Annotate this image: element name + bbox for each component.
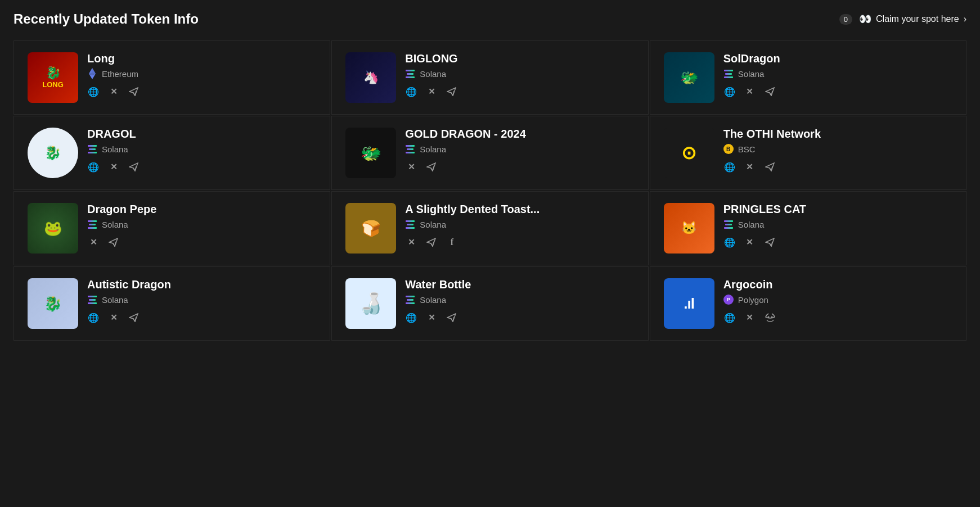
token-name: Autistic Dragon (87, 278, 316, 291)
discord-icon[interactable] (764, 311, 776, 324)
eyes-icon: 👀 (859, 13, 871, 25)
globe-icon[interactable] (723, 85, 736, 98)
token-card-golddragon[interactable]: 🐲 GOLD DRAGON - 2024 Solana ✕ (331, 116, 648, 190)
token-links: ✕ (723, 85, 952, 98)
token-links: ✕ (723, 236, 952, 248)
telegram-icon[interactable] (446, 85, 458, 98)
x-twitter-icon[interactable]: ✕ (107, 311, 120, 324)
svg-point-5 (771, 316, 772, 318)
telegram-icon[interactable] (764, 161, 776, 173)
x-twitter-icon[interactable]: ✕ (744, 236, 756, 248)
token-info-soldragon: SolDragon Solana ✕ (723, 52, 952, 98)
token-card-long[interactable]: 🐉 LONG Long Ethereum ✕ (14, 40, 330, 115)
token-card-dragonpepe[interactable]: 🐸 Dragon Pepe Solana ✕ (14, 191, 330, 265)
claim-spot-label: Claim your spot here (876, 14, 959, 24)
x-twitter-icon[interactable]: ✕ (744, 311, 756, 324)
claim-count: 0 (839, 14, 852, 25)
token-card-water[interactable]: 🍶 Water Bottle Solana ✕ (331, 266, 648, 341)
token-name: Dragon Pepe (87, 203, 316, 216)
token-info-biglong: BIGLONG Solana ✕ (405, 52, 634, 98)
x-twitter-icon[interactable]: ✕ (405, 161, 417, 173)
x-twitter-icon[interactable]: ✕ (425, 311, 438, 324)
telegram-icon[interactable] (107, 236, 120, 248)
token-name: DRAGOL (87, 128, 316, 141)
x-twitter-icon[interactable]: ✕ (107, 161, 120, 173)
token-card-argo[interactable]: .ıl Argocoin P Polygon ✕ (650, 266, 966, 341)
telegram-icon[interactable] (425, 236, 438, 248)
token-card-toast[interactable]: 🍞 A Slightly Dented Toast... Solana ✕ (331, 191, 648, 265)
network-icon (405, 295, 415, 305)
token-card-biglong[interactable]: 🦄 BIGLONG Solana ✕ (331, 40, 648, 115)
globe-icon[interactable] (87, 85, 100, 98)
telegram-icon[interactable] (764, 236, 776, 248)
telegram-icon[interactable] (425, 161, 438, 173)
x-twitter-icon[interactable]: ✕ (425, 85, 438, 98)
telegram-icon[interactable] (128, 311, 140, 324)
x-twitter-icon[interactable]: ✕ (744, 161, 756, 173)
globe-icon[interactable] (87, 311, 100, 324)
token-links: ✕ (405, 161, 634, 173)
solana-network-icon (724, 70, 733, 78)
network-icon (405, 69, 415, 79)
token-logo-long: 🐉 LONG (28, 52, 78, 103)
bsc-coin: B (723, 144, 734, 154)
token-logo-pringles: 🐱 (664, 203, 714, 254)
solana-network-icon (88, 296, 97, 304)
token-network: Solana (87, 144, 316, 154)
token-network: Solana (405, 69, 634, 79)
token-name: PRINGLES CAT (723, 203, 952, 216)
telegram-icon[interactable] (764, 85, 776, 98)
token-grid: 🐉 LONG Long Ethereum ✕ (14, 40, 966, 341)
token-logo-golddragon: 🐲 (345, 128, 396, 178)
token-info-pringles: PRINGLES CAT Solana ✕ (723, 203, 952, 248)
globe-icon[interactable] (723, 161, 736, 173)
arrow-icon: › (964, 14, 966, 24)
x-twitter-icon[interactable]: ✕ (107, 85, 120, 98)
telegram-icon[interactable] (446, 311, 458, 324)
network-label: Solana (738, 69, 765, 79)
network-label: Solana (420, 69, 446, 79)
token-logo-dragol: 🐉 (28, 128, 78, 178)
token-logo-argo: .ıl (664, 278, 714, 329)
token-name: BIGLONG (405, 52, 634, 65)
solana-network-icon (406, 296, 415, 304)
token-links: ✕ (87, 236, 316, 248)
token-network: B BSC (723, 144, 952, 154)
x-twitter-icon[interactable]: ✕ (405, 236, 417, 248)
token-links: ✕ (405, 236, 634, 248)
globe-icon[interactable] (87, 161, 100, 173)
telegram-icon[interactable] (128, 85, 140, 98)
token-name: Water Bottle (405, 278, 634, 291)
globe-icon[interactable] (405, 85, 417, 98)
network-icon: P (723, 295, 734, 305)
solana-network-icon (724, 220, 733, 229)
token-info-long: Long Ethereum ✕ (87, 52, 316, 98)
facebook-icon[interactable] (446, 236, 458, 248)
token-card-autistic[interactable]: 🐉 Autistic Dragon Solana ✕ (14, 266, 330, 341)
page-header: Recently Updated Token Info 0 👀 Claim yo… (14, 11, 966, 27)
network-label: BSC (738, 144, 756, 154)
svg-point-4 (767, 316, 769, 318)
claim-spot-link[interactable]: 0 👀 Claim your spot here › (839, 13, 966, 25)
token-card-dragol[interactable]: 🐉 DRAGOL Solana ✕ (14, 116, 330, 190)
token-card-pringles[interactable]: 🐱 PRINGLES CAT Solana ✕ (650, 191, 966, 265)
x-twitter-icon[interactable]: ✕ (87, 236, 100, 248)
token-info-autistic: Autistic Dragon Solana ✕ (87, 278, 316, 324)
token-links: ✕ (405, 85, 634, 98)
network-icon (87, 144, 97, 154)
token-card-soldragon[interactable]: 🐲 SolDragon Solana ✕ (650, 40, 966, 115)
globe-icon[interactable] (723, 311, 736, 324)
token-network: Solana (405, 219, 634, 229)
token-card-othi[interactable]: ⊙ The OTHI Network B BSC ✕ (650, 116, 966, 190)
globe-icon[interactable] (723, 236, 736, 248)
token-name: SolDragon (723, 52, 952, 65)
globe-icon[interactable] (405, 311, 417, 324)
telegram-icon[interactable] (128, 161, 140, 173)
network-label: Polygon (738, 295, 768, 305)
x-twitter-icon[interactable]: ✕ (744, 85, 756, 98)
token-links: ✕ (723, 311, 952, 324)
network-label: Solana (738, 220, 765, 229)
token-name: Long (87, 52, 316, 65)
network-icon: B (723, 144, 734, 154)
token-logo-water: 🍶 (345, 278, 396, 329)
